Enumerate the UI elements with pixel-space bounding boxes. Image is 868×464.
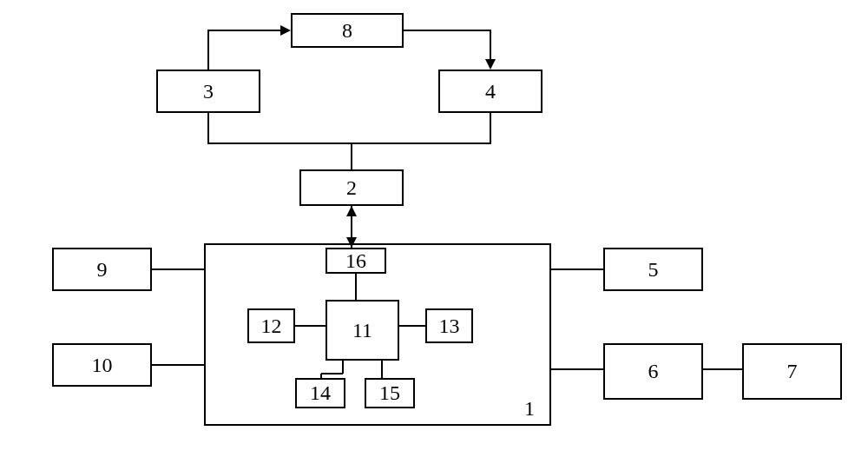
block-13-label: 13 bbox=[439, 315, 460, 338]
block-6: 6 bbox=[603, 343, 703, 400]
block-1-label: 1 bbox=[524, 397, 535, 421]
block-6-label: 6 bbox=[648, 360, 659, 383]
svg-marker-4 bbox=[346, 206, 357, 216]
block-16: 16 bbox=[326, 248, 386, 274]
block-5-label: 5 bbox=[648, 258, 659, 282]
block-5: 5 bbox=[603, 248, 703, 291]
block-11-label: 11 bbox=[352, 319, 372, 342]
block-2-label: 2 bbox=[346, 176, 357, 200]
block-10-label: 10 bbox=[92, 354, 113, 377]
diagram-canvas: 8 3 4 2 1 16 11 12 13 14 15 9 bbox=[0, 0, 868, 464]
block-2: 2 bbox=[299, 169, 404, 206]
block-7-label: 7 bbox=[787, 360, 798, 383]
block-7: 7 bbox=[742, 343, 842, 400]
block-15-label: 15 bbox=[379, 381, 400, 405]
block-14-label: 14 bbox=[310, 381, 331, 405]
block-11: 11 bbox=[326, 300, 399, 361]
block-13: 13 bbox=[425, 308, 473, 343]
block-9-label: 9 bbox=[97, 258, 108, 282]
block-15: 15 bbox=[365, 378, 415, 408]
block-4: 4 bbox=[438, 70, 542, 113]
block-8: 8 bbox=[291, 13, 404, 48]
block-3-label: 3 bbox=[203, 80, 214, 103]
block-12-label: 12 bbox=[261, 315, 282, 338]
block-8-label: 8 bbox=[342, 19, 352, 43]
block-16-label: 16 bbox=[345, 249, 366, 273]
block-12: 12 bbox=[247, 308, 295, 343]
block-3: 3 bbox=[156, 70, 260, 113]
block-14: 14 bbox=[295, 378, 345, 408]
block-9: 9 bbox=[52, 248, 152, 291]
block-10: 10 bbox=[52, 343, 152, 387]
block-1-label-pos: 1 bbox=[516, 395, 542, 421]
block-4-label: 4 bbox=[485, 80, 496, 103]
svg-marker-0 bbox=[280, 25, 291, 36]
svg-marker-1 bbox=[485, 59, 496, 70]
